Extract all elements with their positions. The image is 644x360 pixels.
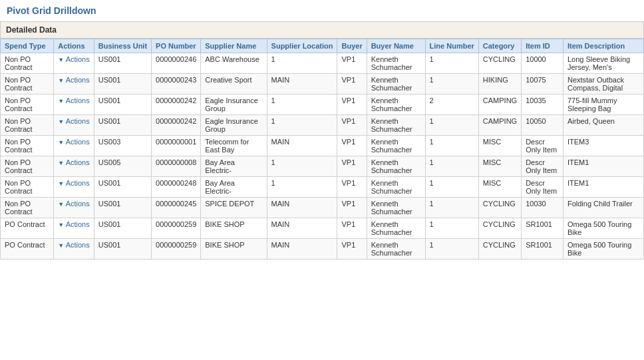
buyer-name-cell: Kenneth Schumacher xyxy=(367,239,425,260)
supplier-name-cell: Eagle Insurance Group xyxy=(201,94,267,115)
table-row: Non PO ContractActionsUS0030000000001Tel… xyxy=(1,136,644,156)
col-header-buyer-name: Buyer Name xyxy=(367,39,425,53)
actions-link[interactable]: Actions xyxy=(58,55,90,63)
buyer-name-cell: Kenneth Schumacher xyxy=(367,156,425,177)
col-header-po-number: PO Number xyxy=(152,39,201,53)
section-header: Detailed Data xyxy=(0,21,644,39)
item-description-cell: Airbed, Queen xyxy=(563,115,643,136)
buyer-name-cell: Kenneth Schumacher xyxy=(367,53,425,74)
item-id-cell: Descr Only Item xyxy=(522,177,564,198)
actions-cell[interactable]: Actions xyxy=(54,177,94,198)
supplier-name-cell: Bay Area Electric- xyxy=(201,156,267,177)
actions-cell[interactable]: Actions xyxy=(54,74,94,94)
actions-cell[interactable]: Actions xyxy=(54,239,94,260)
supplier-location-cell: 1 xyxy=(267,115,337,136)
supplier-location-cell: 1 xyxy=(267,94,337,115)
business-unit-cell: US003 xyxy=(94,136,151,156)
line-number-cell: 1 xyxy=(425,53,478,74)
item-description-cell: Omega 500 Touring Bike xyxy=(563,239,643,260)
actions-link[interactable]: Actions xyxy=(58,200,90,208)
line-number-cell: 1 xyxy=(425,239,478,260)
buyer-cell: VP1 xyxy=(337,218,367,239)
business-unit-cell: US001 xyxy=(94,115,151,136)
table-row: Non PO ContractActionsUS0050000000008Bay… xyxy=(1,156,644,177)
business-unit-cell: US001 xyxy=(94,218,151,239)
item-id-cell: Descr Only Item xyxy=(522,156,564,177)
spend-type-cell: PO Contract xyxy=(1,218,54,239)
item-description-cell: 775-fill Mummy Sleeping Bag xyxy=(563,94,643,115)
item-description-cell: ITEM1 xyxy=(563,177,643,198)
item-description-cell: Long Sleeve Biking Jersey, Men's xyxy=(563,53,643,74)
po-number-cell: 0000000248 xyxy=(152,177,201,198)
supplier-location-cell: 1 xyxy=(267,177,337,198)
table-row: Non PO ContractActionsUS0010000000245SPI… xyxy=(1,198,644,218)
supplier-name-cell: Creative Sport xyxy=(201,74,267,94)
table-row: Non PO ContractActionsUS0010000000248Bay… xyxy=(1,177,644,198)
actions-link[interactable]: Actions xyxy=(58,76,90,84)
actions-cell[interactable]: Actions xyxy=(54,115,94,136)
spend-type-cell: Non PO Contract xyxy=(1,74,54,94)
supplier-location-cell: MAIN xyxy=(267,74,337,94)
business-unit-cell: US001 xyxy=(94,177,151,198)
supplier-name-cell: BIKE SHOP xyxy=(201,218,267,239)
col-header-line-number: Line Number xyxy=(425,39,478,53)
supplier-name-cell: BIKE SHOP xyxy=(201,239,267,260)
category-cell: CYCLING xyxy=(478,218,521,239)
actions-cell[interactable]: Actions xyxy=(54,198,94,218)
buyer-cell: VP1 xyxy=(337,198,367,218)
supplier-name-cell: ABC Warehouse xyxy=(201,53,267,74)
spend-type-cell: Non PO Contract xyxy=(1,177,54,198)
actions-link[interactable]: Actions xyxy=(58,220,90,228)
item-description-cell: ITEM3 xyxy=(563,136,643,156)
category-cell: CYCLING xyxy=(478,239,521,260)
item-id-cell: Descr Only Item xyxy=(522,136,564,156)
line-number-cell: 2 xyxy=(425,94,478,115)
buyer-cell: VP1 xyxy=(337,136,367,156)
business-unit-cell: US001 xyxy=(94,53,151,74)
spend-type-cell: Non PO Contract xyxy=(1,136,54,156)
actions-link[interactable]: Actions xyxy=(58,158,90,166)
supplier-name-cell: SPICE DEPOT xyxy=(201,198,267,218)
actions-link[interactable]: Actions xyxy=(58,96,90,104)
actions-link[interactable]: Actions xyxy=(58,138,90,146)
buyer-cell: VP1 xyxy=(337,74,367,94)
buyer-name-cell: Kenneth Schumacher xyxy=(367,218,425,239)
actions-link[interactable]: Actions xyxy=(58,117,90,125)
col-header-supplier-name: Supplier Name xyxy=(201,39,267,53)
buyer-cell: VP1 xyxy=(337,53,367,74)
table-row: PO ContractActionsUS0010000000259BIKE SH… xyxy=(1,218,644,239)
col-header-buyer: Buyer xyxy=(337,39,367,53)
item-description-cell: Nextstar Outback Compass, Digital xyxy=(563,74,643,94)
po-number-cell: 0000000259 xyxy=(152,239,201,260)
actions-cell[interactable]: Actions xyxy=(54,156,94,177)
category-cell: CYCLING xyxy=(478,198,521,218)
actions-cell[interactable]: Actions xyxy=(54,136,94,156)
category-cell: MISC xyxy=(478,177,521,198)
supplier-name-cell: Eagle Insurance Group xyxy=(201,115,267,136)
col-header-actions: Actions xyxy=(54,39,94,53)
actions-link[interactable]: Actions xyxy=(58,179,90,187)
data-table: Spend Type Actions Business Unit PO Numb… xyxy=(0,39,644,260)
item-id-cell: SR1001 xyxy=(522,218,564,239)
category-cell: HIKING xyxy=(478,74,521,94)
actions-link[interactable]: Actions xyxy=(58,241,90,249)
po-number-cell: 0000000242 xyxy=(152,94,201,115)
business-unit-cell: US001 xyxy=(94,198,151,218)
supplier-location-cell: MAIN xyxy=(267,136,337,156)
supplier-name-cell: Telecomm for East Bay xyxy=(201,136,267,156)
actions-cell[interactable]: Actions xyxy=(54,53,94,74)
po-number-cell: 0000000242 xyxy=(152,115,201,136)
actions-cell[interactable]: Actions xyxy=(54,94,94,115)
col-header-item-description: Item Description xyxy=(563,39,643,53)
spend-type-cell: Non PO Contract xyxy=(1,53,54,74)
page-title: Pivot Grid Drilldown xyxy=(0,0,644,21)
line-number-cell: 1 xyxy=(425,218,478,239)
actions-cell[interactable]: Actions xyxy=(54,218,94,239)
po-number-cell: 0000000245 xyxy=(152,198,201,218)
item-id-cell: 10035 xyxy=(522,94,564,115)
item-id-cell: 10030 xyxy=(522,198,564,218)
spend-type-cell: Non PO Contract xyxy=(1,198,54,218)
buyer-cell: VP1 xyxy=(337,239,367,260)
item-id-cell: 10000 xyxy=(522,53,564,74)
line-number-cell: 1 xyxy=(425,156,478,177)
